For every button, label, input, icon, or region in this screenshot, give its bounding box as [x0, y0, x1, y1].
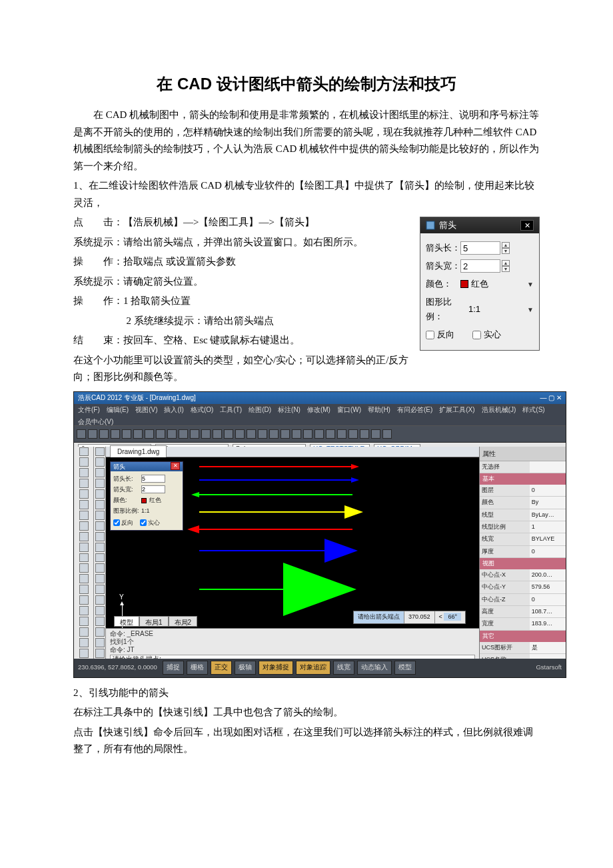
close-icon[interactable]: ✕ — [520, 220, 534, 231]
properties-panel[interactable]: 属性 无选择 基本 图层0 颜色By 线型ByLay… 线型比例1 线宽BYLA… — [479, 447, 566, 659]
cad-top-toolbar[interactable] — [74, 425, 566, 443]
toolbar-button[interactable] — [201, 429, 211, 439]
cad-menubar[interactable]: 文件(F)编辑(E)视图(V)插入(I)格式(O)工具(T)绘图(D)标注(N)… — [74, 404, 566, 416]
tool-button[interactable] — [95, 447, 105, 457]
command-window[interactable]: 命令: _ERASE 找到1个 命令: JT 请给出箭头端点: — [106, 628, 479, 659]
toolbar-button[interactable] — [360, 429, 369, 439]
cad-left-toolbar-2[interactable] — [94, 447, 106, 659]
solid-checkbox[interactable]: 实心 — [472, 327, 507, 342]
tool-button[interactable] — [79, 500, 89, 509]
tool-button[interactable] — [79, 553, 89, 563]
status-toggle[interactable]: 对象追踪 — [296, 661, 330, 674]
menu-item[interactable]: 浩辰机械(J) — [482, 404, 516, 416]
tool-button[interactable] — [95, 617, 105, 626]
tool-button[interactable] — [95, 521, 105, 531]
tool-button[interactable] — [95, 606, 105, 615]
tool-button[interactable] — [79, 511, 89, 520]
toolbar-button[interactable] — [179, 429, 188, 439]
tool-button[interactable] — [95, 543, 105, 552]
tool-button[interactable] — [79, 489, 89, 499]
status-toggle[interactable]: 动态输入 — [357, 661, 392, 674]
tool-button[interactable] — [95, 595, 105, 605]
arrow-width-input[interactable] — [460, 259, 500, 273]
mini-reverse-checkbox[interactable]: 反向 — [113, 518, 133, 528]
tool-button[interactable] — [95, 585, 105, 594]
toolbar-button[interactable] — [88, 429, 97, 439]
toolbar-button[interactable] — [247, 429, 256, 439]
tool-button[interactable] — [79, 574, 89, 583]
toolbar-button[interactable] — [235, 429, 245, 439]
tool-button[interactable] — [95, 627, 105, 637]
tool-button[interactable] — [95, 457, 105, 467]
tool-button[interactable] — [95, 638, 105, 647]
chevron-down-icon[interactable]: ▼ — [527, 304, 534, 315]
toolbar-button[interactable] — [371, 429, 380, 439]
tool-button[interactable] — [95, 468, 105, 477]
toolbar-button[interactable] — [292, 429, 301, 439]
tool-button[interactable] — [79, 649, 89, 658]
toolbar-button[interactable] — [303, 429, 312, 439]
status-toggle[interactable]: 栅格 — [187, 661, 208, 674]
menu-item[interactable]: 视图(V) — [135, 404, 157, 416]
toolbar-button[interactable] — [258, 429, 267, 439]
menu-item[interactable]: 编辑(E) — [107, 404, 129, 416]
menu-item[interactable]: 扩展工具(X) — [439, 404, 474, 416]
toolbar-button[interactable] — [382, 429, 392, 439]
toolbar-button[interactable] — [133, 429, 143, 439]
tool-button[interactable] — [79, 479, 89, 488]
arrow-width-spinner[interactable]: ▲▼ — [502, 260, 510, 272]
layout-tab[interactable]: 布局1 — [139, 616, 169, 627]
toolbar-button[interactable] — [314, 429, 324, 439]
tool-button[interactable] — [79, 563, 89, 573]
tool-button[interactable] — [95, 489, 105, 499]
tool-button[interactable] — [79, 447, 89, 457]
toolbar-button[interactable] — [145, 429, 154, 439]
tool-button[interactable] — [79, 638, 89, 647]
mini-width-input[interactable] — [141, 485, 165, 493]
tool-button[interactable] — [95, 563, 105, 573]
menu-item[interactable]: 帮助(H) — [368, 404, 390, 416]
status-toggle[interactable]: 线宽 — [333, 661, 354, 674]
tool-button[interactable] — [79, 457, 89, 467]
toolbar-button[interactable] — [156, 429, 165, 439]
status-toggle[interactable]: 捕捉 — [163, 661, 184, 674]
tool-button[interactable] — [79, 532, 89, 541]
status-bar[interactable]: 230.6396, 527.8052, 0.0000 捕捉栅格正交极轴对象捕捉对… — [74, 659, 566, 677]
tool-button[interactable] — [79, 617, 89, 626]
cad-menubar-2[interactable]: 会员中心(V) — [74, 416, 566, 425]
menu-item[interactable]: 修改(M) — [307, 404, 330, 416]
toolbar-button[interactable] — [213, 429, 222, 439]
mini-len-input[interactable] — [141, 475, 165, 483]
document-tab[interactable]: Drawing1.dwg — [106, 447, 479, 457]
arrow-length-input[interactable] — [460, 241, 500, 255]
toolbar-button[interactable] — [281, 429, 290, 439]
toolbar-button[interactable] — [122, 429, 131, 439]
layout-tabs[interactable]: 模型布局1布局2 — [114, 616, 197, 627]
tool-button[interactable] — [95, 649, 105, 658]
tool-button[interactable] — [95, 574, 105, 583]
menu-item[interactable]: 绘图(D) — [249, 404, 271, 416]
menu-item[interactable]: 有问必答(E) — [397, 404, 432, 416]
menu-item[interactable]: 标注(N) — [278, 404, 301, 416]
arrow-length-spinner[interactable]: ▲▼ — [502, 242, 510, 254]
toolbar-button[interactable] — [99, 429, 109, 439]
tool-button[interactable] — [79, 595, 89, 605]
tool-button[interactable] — [79, 627, 89, 637]
tool-button[interactable] — [95, 511, 105, 520]
tool-button[interactable] — [79, 585, 89, 594]
close-icon[interactable]: ✕ — [171, 462, 180, 470]
tool-button[interactable] — [79, 521, 89, 531]
toolbar-button[interactable] — [269, 429, 279, 439]
menu-item[interactable]: 文件(F) — [78, 404, 100, 416]
toolbar-button[interactable] — [326, 429, 335, 439]
toolbar-button[interactable] — [111, 429, 120, 439]
status-toggle[interactable]: 模型 — [394, 661, 416, 674]
menu-item[interactable]: 窗口(W) — [337, 404, 361, 416]
status-toggle[interactable]: 对象捕捉 — [259, 661, 293, 674]
tool-button[interactable] — [95, 500, 105, 509]
menu-item[interactable]: 格式(O) — [191, 404, 213, 416]
toolbar-button[interactable] — [348, 429, 358, 439]
tool-button[interactable] — [79, 543, 89, 552]
chevron-down-icon[interactable]: ▼ — [527, 279, 534, 290]
mini-solid-checkbox[interactable]: 实心 — [140, 518, 160, 528]
